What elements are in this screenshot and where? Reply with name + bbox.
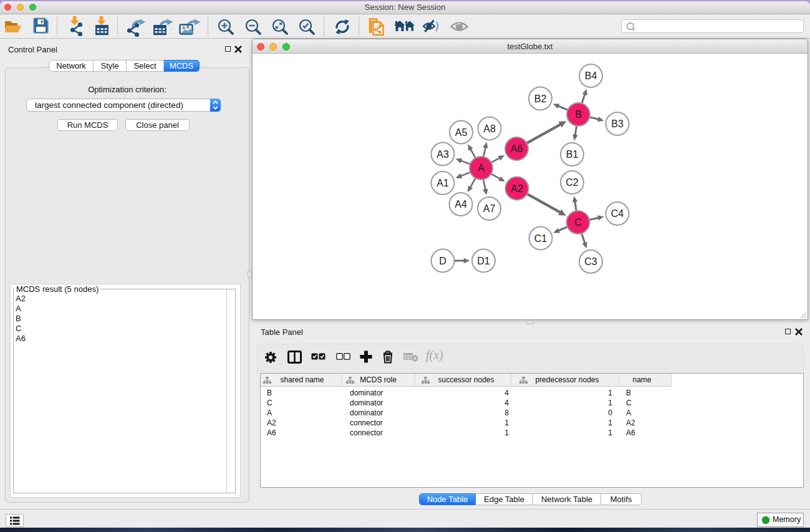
svg-text:B4: B4 — [585, 70, 597, 81]
svg-text:A: A — [478, 163, 485, 173]
svg-text:A8: A8 — [483, 123, 496, 134]
svg-text:B2: B2 — [534, 94, 547, 104]
svg-text:C4: C4 — [611, 208, 624, 219]
svg-text:B: B — [575, 109, 582, 120]
svg-text:A7: A7 — [483, 203, 496, 214]
svg-text:D: D — [439, 256, 446, 266]
svg-text:D1: D1 — [477, 256, 490, 266]
svg-text:A2: A2 — [511, 183, 523, 194]
svg-text:A6: A6 — [511, 143, 523, 154]
svg-text:C1: C1 — [534, 233, 547, 244]
svg-text:C2: C2 — [566, 177, 579, 188]
svg-text:A1: A1 — [436, 178, 449, 188]
svg-text:C: C — [574, 217, 582, 228]
svg-text:A5: A5 — [455, 127, 468, 138]
svg-text:B3: B3 — [611, 118, 624, 129]
svg-text:B1: B1 — [566, 149, 579, 160]
svg-text:A4: A4 — [455, 199, 467, 210]
svg-text:A3: A3 — [436, 149, 449, 160]
svg-text:C3: C3 — [584, 256, 597, 267]
